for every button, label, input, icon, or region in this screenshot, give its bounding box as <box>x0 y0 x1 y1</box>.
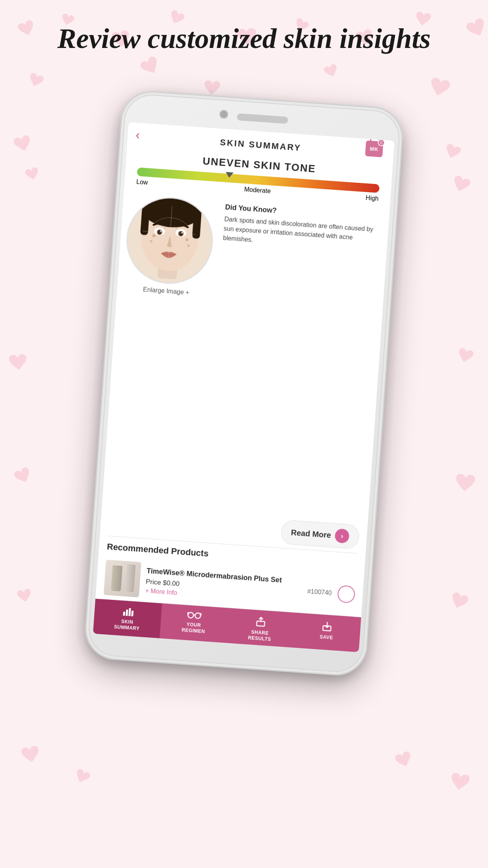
bar-chart-icon <box>122 606 134 618</box>
save-icon <box>321 620 333 634</box>
share-icon <box>255 616 266 629</box>
phone-mockup: ‹ SKIN SUMMARY MK 0 UNEVEN SKIN TONE <box>83 89 405 678</box>
svg-point-29 <box>195 613 201 619</box>
nav-regimen-label: YOURREGIMEN <box>182 622 205 634</box>
read-more-label: Read More <box>291 528 332 540</box>
phone-screen: ‹ SKIN SUMMARY MK 0 UNEVEN SKIN TONE <box>93 122 394 652</box>
slider-indicator <box>225 172 233 178</box>
label-low: Low <box>136 178 148 186</box>
nav-save-label: SAVE <box>319 634 333 641</box>
product-image <box>104 560 141 598</box>
label-moderate: Moderate <box>244 186 271 195</box>
face-image[interactable] <box>123 195 216 287</box>
back-button[interactable]: ‹ <box>135 127 140 142</box>
cart-letters: MK <box>370 145 379 152</box>
nav-regimen[interactable]: YOURREGIMEN <box>160 603 228 643</box>
svg-rect-24 <box>123 612 125 616</box>
read-more-button[interactable]: Read More › <box>280 520 360 550</box>
product-select-button[interactable] <box>337 585 356 603</box>
chevron-icon: › <box>341 532 343 540</box>
enlarge-image-button[interactable]: Enlarge Image + <box>143 286 189 296</box>
svg-rect-27 <box>131 611 134 616</box>
nav-skin-summary-label: SKINSUMMARY <box>114 618 140 631</box>
face-info-section: Enlarge Image + Did You Know? Dark spots… <box>102 194 389 522</box>
svg-rect-25 <box>126 610 128 616</box>
phone-frame: ‹ SKIN SUMMARY MK 0 UNEVEN SKIN TONE <box>83 89 405 678</box>
read-more-chevron: › <box>334 528 349 543</box>
phone-camera <box>219 110 228 119</box>
nav-skin-summary[interactable]: SKINSUMMARY <box>93 599 162 638</box>
cart-badge: 0 <box>378 139 385 146</box>
nav-share[interactable]: SHARERESULTS <box>226 608 295 647</box>
face-container: Enlarge Image + <box>121 194 218 298</box>
nav-share-label: SHARERESULTS <box>248 629 272 642</box>
cart-button[interactable]: MK 0 <box>365 140 387 162</box>
product-details: TimeWise® Microdermabrasion Plus Set Pri… <box>145 566 303 605</box>
nav-save[interactable]: SAVE <box>292 613 361 652</box>
page-headline: Review customized skin insights <box>0 22 488 55</box>
label-high: High <box>365 194 379 202</box>
product-tube-1 <box>111 565 122 592</box>
glasses-icon <box>187 611 202 621</box>
phone-speaker <box>237 113 288 124</box>
product-tube-2 <box>125 565 136 592</box>
product-sku: #100740 <box>307 588 332 597</box>
screen-title: SKIN SUMMARY <box>220 137 302 153</box>
svg-rect-26 <box>128 608 131 616</box>
svg-point-28 <box>188 612 194 618</box>
